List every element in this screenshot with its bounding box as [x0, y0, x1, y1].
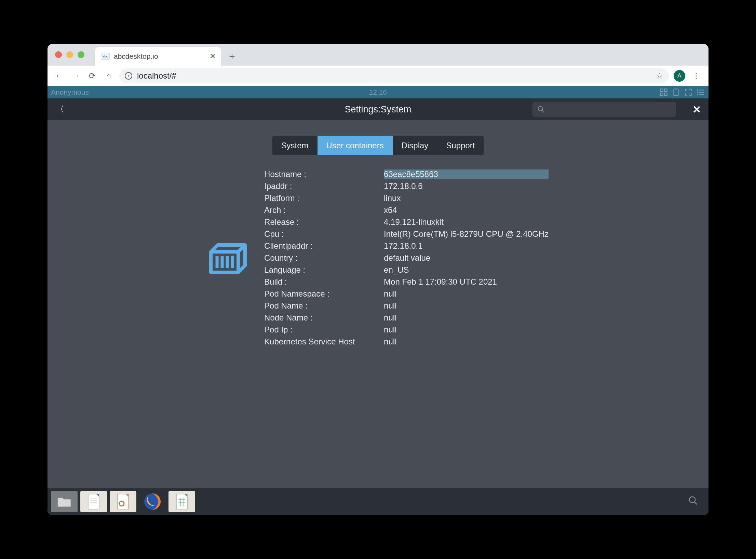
- info-value: linux: [384, 193, 549, 203]
- svg-point-33: [689, 496, 696, 503]
- svg-rect-0: [660, 89, 663, 92]
- info-label: Platform :: [264, 193, 384, 203]
- settings-back-button[interactable]: 〈: [55, 103, 65, 116]
- browser-toolbar: ← → ⟳ ⌂ i localhost/# ☆ A ⋮: [48, 66, 708, 86]
- back-button[interactable]: ←: [54, 70, 65, 81]
- svg-point-11: [538, 107, 543, 111]
- profile-avatar[interactable]: A: [674, 70, 685, 82]
- info-label: Hostname :: [264, 169, 384, 179]
- browser-window: abc abcdesktop.io ✕ + ← → ⟳ ⌂ i localhos…: [48, 44, 708, 515]
- info-value: null: [384, 325, 549, 335]
- site-info-icon[interactable]: i: [125, 72, 132, 80]
- info-value: null: [384, 337, 549, 346]
- tab-system[interactable]: System: [272, 136, 318, 155]
- info-value: null: [384, 301, 549, 311]
- info-value: 172.18.0.1: [384, 241, 549, 251]
- user-label: Anonymous: [51, 88, 89, 96]
- browser-menu-button[interactable]: ⋮: [690, 71, 702, 81]
- settings-tabs-row: System User containers Display Support: [58, 136, 698, 155]
- svg-point-8: [697, 90, 698, 90]
- tab-user-containers[interactable]: User containers: [318, 136, 393, 155]
- svg-rect-2: [660, 93, 663, 96]
- info-label: Kubernetes Service Host: [264, 337, 384, 346]
- svg-rect-26: [176, 494, 187, 509]
- info-value: 63eac8e55863: [384, 169, 549, 179]
- app-frame: Anonymous 12:16 〈 Settings:System ✕ Syst…: [48, 86, 708, 515]
- settings-search-input[interactable]: [532, 102, 676, 117]
- taskbar-spreadsheet-icon[interactable]: [168, 491, 195, 512]
- settings-close-button[interactable]: ✕: [692, 104, 701, 115]
- svg-rect-17: [88, 494, 99, 509]
- window-minimize-button[interactable]: [66, 51, 73, 58]
- svg-line-12: [542, 110, 544, 112]
- info-label: Pod Ip :: [264, 325, 384, 335]
- tab-title: abcdesktop.io: [114, 52, 205, 60]
- svg-point-10: [697, 94, 698, 95]
- container-icon: [207, 171, 248, 346]
- info-value: null: [384, 289, 549, 299]
- new-tab-button[interactable]: +: [225, 49, 240, 64]
- info-value: 172.18.0.6: [384, 181, 549, 191]
- tab-strip: abc abcdesktop.io ✕ +: [48, 44, 708, 66]
- svg-rect-4: [674, 89, 678, 96]
- settings-bar: 〈 Settings:System ✕: [48, 98, 708, 120]
- svg-line-34: [694, 502, 697, 504]
- topbar-right-icons: [659, 88, 705, 97]
- svg-rect-3: [664, 93, 667, 96]
- window-maximize-button[interactable]: [78, 51, 84, 58]
- grid-icon[interactable]: [659, 88, 668, 97]
- info-label: Language :: [264, 265, 384, 275]
- taskbar: [48, 488, 708, 515]
- bookmark-star-icon[interactable]: ☆: [656, 71, 663, 81]
- info-value: en_US: [384, 265, 549, 275]
- taskbar-document-icon[interactable]: [80, 491, 107, 512]
- info-label: Release :: [264, 217, 384, 227]
- reload-button[interactable]: ⟳: [86, 71, 98, 81]
- fullscreen-icon[interactable]: [684, 88, 693, 97]
- info-label: Build :: [264, 277, 384, 287]
- forward-button[interactable]: →: [70, 70, 82, 81]
- info-value: default value: [384, 253, 549, 263]
- info-label: Clientipaddr :: [264, 241, 384, 251]
- tab-support[interactable]: Support: [437, 136, 484, 155]
- favicon-icon: abc: [101, 53, 110, 60]
- settings-content: System User containers Display Support: [48, 120, 708, 488]
- window-close-button[interactable]: [55, 51, 62, 58]
- url-text: localhost/#: [137, 71, 176, 81]
- app-topbar: Anonymous 12:16: [48, 86, 708, 98]
- info-value: null: [384, 313, 549, 323]
- info-value: 4.19.121-linuxkit: [384, 217, 549, 227]
- info-value: Intel(R) Core(TM) i5-8279U CPU @ 2.40GHz: [384, 229, 549, 239]
- system-info-grid: Hostname :63eac8e55863Ipaddr :172.18.0.6…: [264, 169, 549, 346]
- info-label: Pod Name :: [264, 301, 384, 311]
- settings-title: Settings:System: [345, 104, 411, 115]
- clipboard-icon[interactable]: [672, 88, 680, 97]
- taskbar-files-icon[interactable]: [51, 491, 78, 512]
- browser-tab[interactable]: abc abcdesktop.io ✕: [95, 47, 221, 66]
- info-label: Arch :: [264, 205, 384, 215]
- svg-point-9: [697, 92, 698, 93]
- info-label: Country :: [264, 253, 384, 263]
- list-icon[interactable]: [696, 88, 705, 97]
- traffic-lights: [55, 51, 84, 58]
- info-label: Ipaddr :: [264, 181, 384, 191]
- clock: 12:16: [369, 88, 387, 96]
- settings-tabs: System User containers Display Support: [272, 136, 484, 155]
- info-label: Pod Namespace :: [264, 289, 384, 299]
- info-label: Cpu :: [264, 229, 384, 239]
- address-bar[interactable]: i localhost/# ☆: [119, 68, 669, 83]
- info-label: Node Name :: [264, 313, 384, 323]
- taskbar-firefox-icon[interactable]: [139, 491, 166, 512]
- tab-close-button[interactable]: ✕: [210, 52, 216, 61]
- info-value: Mon Feb 1 17:09:30 UTC 2021: [384, 277, 549, 287]
- tab-display[interactable]: Display: [393, 136, 437, 155]
- system-panel: Hostname :63eac8e55863Ipaddr :172.18.0.6…: [58, 169, 698, 346]
- info-value: x64: [384, 205, 549, 215]
- home-button[interactable]: ⌂: [103, 71, 114, 80]
- taskbar-presentation-icon[interactable]: [110, 491, 136, 512]
- search-icon: [537, 106, 545, 113]
- taskbar-search-icon[interactable]: [688, 495, 698, 508]
- svg-rect-1: [664, 89, 667, 92]
